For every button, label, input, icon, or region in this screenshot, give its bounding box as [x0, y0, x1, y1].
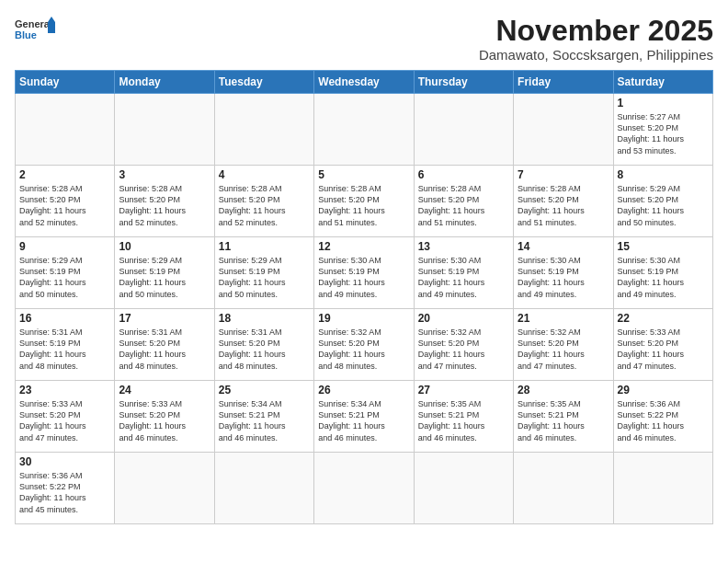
day-info: Sunrise: 5:32 AM Sunset: 5:20 PM Dayligh…	[518, 327, 609, 372]
day-number: 19	[318, 312, 409, 325]
day-number: 29	[618, 384, 709, 396]
day-info: Sunrise: 5:31 AM Sunset: 5:20 PM Dayligh…	[219, 327, 310, 372]
day-number: 11	[219, 240, 310, 253]
day-info: Sunrise: 5:33 AM Sunset: 5:20 PM Dayligh…	[618, 327, 709, 372]
day-number: 18	[219, 312, 310, 325]
day-info: Sunrise: 5:29 AM Sunset: 5:19 PM Dayligh…	[119, 255, 210, 300]
calendar-cell: 28Sunrise: 5:35 AM Sunset: 5:21 PM Dayli…	[514, 381, 613, 453]
day-number: 17	[119, 312, 210, 325]
calendar-cell: 12Sunrise: 5:30 AM Sunset: 5:19 PM Dayli…	[314, 237, 414, 309]
calendar-cell: 27Sunrise: 5:35 AM Sunset: 5:21 PM Dayli…	[414, 381, 513, 453]
weekday-header-monday: Monday	[115, 71, 214, 94]
day-info: Sunrise: 5:33 AM Sunset: 5:20 PM Dayligh…	[119, 398, 210, 443]
day-number: 14	[518, 240, 609, 253]
day-number: 27	[418, 384, 509, 396]
calendar-cell: 22Sunrise: 5:33 AM Sunset: 5:20 PM Dayli…	[613, 309, 712, 381]
calendar-cell	[214, 94, 313, 166]
calendar-cell: 11Sunrise: 5:29 AM Sunset: 5:19 PM Dayli…	[214, 237, 313, 309]
calendar-cell: 4Sunrise: 5:28 AM Sunset: 5:20 PM Daylig…	[214, 166, 313, 237]
calendar-cell	[214, 453, 313, 524]
day-info: Sunrise: 5:30 AM Sunset: 5:19 PM Dayligh…	[518, 255, 609, 300]
day-number: 3	[119, 168, 210, 181]
calendar-cell	[414, 453, 513, 524]
day-info: Sunrise: 5:31 AM Sunset: 5:19 PM Dayligh…	[19, 327, 110, 372]
calendar-cell	[514, 94, 613, 166]
calendar-cell	[115, 453, 214, 524]
calendar-cell: 21Sunrise: 5:32 AM Sunset: 5:20 PM Dayli…	[514, 309, 613, 381]
day-info: Sunrise: 5:27 AM Sunset: 5:20 PM Dayligh…	[618, 111, 709, 156]
day-number: 24	[119, 384, 210, 396]
svg-marker-2	[48, 22, 55, 33]
day-number: 5	[318, 168, 409, 181]
page-header: General Blue November 2025 Damawato, Soc…	[15, 15, 713, 63]
weekday-header-saturday: Saturday	[613, 71, 712, 94]
calendar-cell: 3Sunrise: 5:28 AM Sunset: 5:20 PM Daylig…	[115, 166, 214, 237]
day-info: Sunrise: 5:35 AM Sunset: 5:21 PM Dayligh…	[418, 398, 509, 443]
day-number: 2	[19, 168, 110, 181]
calendar-cell	[414, 94, 513, 166]
calendar-cell: 1Sunrise: 5:27 AM Sunset: 5:20 PM Daylig…	[613, 94, 712, 166]
day-info: Sunrise: 5:30 AM Sunset: 5:19 PM Dayligh…	[318, 255, 409, 300]
weekday-header-tuesday: Tuesday	[214, 71, 313, 94]
calendar-cell: 24Sunrise: 5:33 AM Sunset: 5:20 PM Dayli…	[115, 381, 214, 453]
day-number: 16	[19, 312, 110, 325]
calendar-cell: 7Sunrise: 5:28 AM Sunset: 5:20 PM Daylig…	[514, 166, 613, 237]
calendar-cell: 6Sunrise: 5:28 AM Sunset: 5:20 PM Daylig…	[414, 166, 513, 237]
day-info: Sunrise: 5:30 AM Sunset: 5:19 PM Dayligh…	[618, 255, 709, 300]
svg-text:General: General	[15, 18, 52, 29]
calendar-cell	[514, 453, 613, 524]
calendar-week-row: 30Sunrise: 5:36 AM Sunset: 5:22 PM Dayli…	[16, 453, 713, 524]
day-number: 7	[518, 168, 609, 181]
day-info: Sunrise: 5:29 AM Sunset: 5:19 PM Dayligh…	[219, 255, 310, 300]
calendar-week-row: 23Sunrise: 5:33 AM Sunset: 5:20 PM Dayli…	[16, 381, 713, 453]
calendar-cell: 26Sunrise: 5:34 AM Sunset: 5:21 PM Dayli…	[314, 381, 414, 453]
calendar-cell: 18Sunrise: 5:31 AM Sunset: 5:20 PM Dayli…	[214, 309, 313, 381]
day-info: Sunrise: 5:34 AM Sunset: 5:21 PM Dayligh…	[219, 398, 310, 443]
calendar-cell	[613, 453, 712, 524]
svg-text:Blue: Blue	[15, 29, 37, 40]
day-number: 12	[318, 240, 409, 253]
weekday-header-row: SundayMondayTuesdayWednesdayThursdayFrid…	[16, 71, 713, 94]
day-number: 4	[219, 168, 310, 181]
calendar-cell: 13Sunrise: 5:30 AM Sunset: 5:19 PM Dayli…	[414, 237, 513, 309]
calendar-cell: 25Sunrise: 5:34 AM Sunset: 5:21 PM Dayli…	[214, 381, 313, 453]
calendar-week-row: 16Sunrise: 5:31 AM Sunset: 5:19 PM Dayli…	[16, 309, 713, 381]
calendar-cell: 16Sunrise: 5:31 AM Sunset: 5:19 PM Dayli…	[16, 309, 115, 381]
calendar-cell: 2Sunrise: 5:28 AM Sunset: 5:20 PM Daylig…	[16, 166, 115, 237]
calendar-cell	[115, 94, 214, 166]
day-info: Sunrise: 5:35 AM Sunset: 5:21 PM Dayligh…	[518, 398, 609, 443]
day-number: 30	[19, 455, 110, 468]
calendar-table: SundayMondayTuesdayWednesdayThursdayFrid…	[15, 70, 713, 524]
day-info: Sunrise: 5:28 AM Sunset: 5:20 PM Dayligh…	[119, 183, 210, 228]
day-number: 25	[219, 384, 310, 396]
day-number: 6	[418, 168, 509, 181]
day-info: Sunrise: 5:28 AM Sunset: 5:20 PM Dayligh…	[418, 183, 509, 228]
day-info: Sunrise: 5:28 AM Sunset: 5:20 PM Dayligh…	[19, 183, 110, 228]
day-info: Sunrise: 5:28 AM Sunset: 5:20 PM Dayligh…	[219, 183, 310, 228]
calendar-week-row: 2Sunrise: 5:28 AM Sunset: 5:20 PM Daylig…	[16, 166, 713, 237]
logo-icon: General Blue	[15, 15, 55, 48]
day-info: Sunrise: 5:29 AM Sunset: 5:20 PM Dayligh…	[618, 183, 709, 228]
calendar-cell: 20Sunrise: 5:32 AM Sunset: 5:20 PM Dayli…	[414, 309, 513, 381]
calendar-cell: 15Sunrise: 5:30 AM Sunset: 5:19 PM Dayli…	[613, 237, 712, 309]
day-number: 26	[318, 384, 409, 396]
day-info: Sunrise: 5:28 AM Sunset: 5:20 PM Dayligh…	[518, 183, 609, 228]
calendar-cell: 30Sunrise: 5:36 AM Sunset: 5:22 PM Dayli…	[16, 453, 115, 524]
weekday-header-friday: Friday	[514, 71, 613, 94]
calendar-cell	[314, 94, 414, 166]
day-number: 21	[518, 312, 609, 325]
calendar-cell: 8Sunrise: 5:29 AM Sunset: 5:20 PM Daylig…	[613, 166, 712, 237]
day-number: 28	[518, 384, 609, 396]
day-info: Sunrise: 5:30 AM Sunset: 5:19 PM Dayligh…	[418, 255, 509, 300]
day-number: 22	[618, 312, 709, 325]
day-number: 20	[418, 312, 509, 325]
day-number: 13	[418, 240, 509, 253]
day-number: 1	[618, 97, 709, 109]
title-area: November 2025 Damawato, Soccsksargen, Ph…	[479, 15, 713, 63]
day-info: Sunrise: 5:32 AM Sunset: 5:20 PM Dayligh…	[318, 327, 409, 372]
calendar-cell	[16, 94, 115, 166]
calendar-cell: 23Sunrise: 5:33 AM Sunset: 5:20 PM Dayli…	[16, 381, 115, 453]
calendar-cell: 10Sunrise: 5:29 AM Sunset: 5:19 PM Dayli…	[115, 237, 214, 309]
calendar-cell: 29Sunrise: 5:36 AM Sunset: 5:22 PM Dayli…	[613, 381, 712, 453]
day-info: Sunrise: 5:28 AM Sunset: 5:20 PM Dayligh…	[318, 183, 409, 228]
